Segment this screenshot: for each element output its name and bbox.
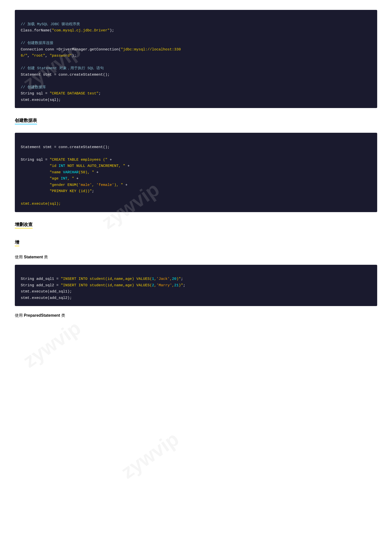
- code-add-sql1: String add_sql1 = "INSERT INTO student(i…: [21, 277, 183, 281]
- comment-create-conn: // 创建数据库连接: [21, 41, 53, 45]
- comment-create-stmt: // 创建 Statement 对象，用于执行 SQL 语句: [21, 66, 104, 70]
- code-classforname: Class.forName("com.mysql.cj.jdbc.Driver"…: [21, 28, 114, 33]
- watermark-text-3: zywvip: [19, 316, 85, 331]
- code-add-sql2: String add_sql2 = "INSERT INTO student(i…: [21, 283, 185, 288]
- code-statement: Statement stmt = conn.createStatement();: [21, 73, 110, 77]
- code-stmt-create: Statement stmt = conn.createStatement();: [21, 145, 110, 149]
- create-table-title: 创建数据表: [15, 117, 37, 124]
- code-stmt-add1: stmt.execute(add_sql1);: [21, 289, 72, 294]
- preparedstatement-bold: PreparedStatement: [24, 313, 60, 317]
- comment-create-db: // 创建数据库: [21, 85, 46, 89]
- code-create-table-sql: String sql = "CREATE TABLE employees (" …: [21, 158, 130, 194]
- code-block-create-table: Statement stmt = conn.createStatement();…: [15, 133, 377, 212]
- section-create-table: 创建数据表: [15, 115, 377, 128]
- code-block-jdbc: // 加载 MySQL JDBC 驱动程序类 Class.forName("co…: [15, 10, 377, 108]
- statement-bold: Statement: [24, 255, 43, 259]
- comment-load-driver: // 加载 MySQL JDBC 驱动程序类: [21, 22, 80, 26]
- use-statement-label: 使用 Statement 类: [15, 255, 377, 260]
- add-title: 增: [15, 239, 19, 246]
- code-stmt-execute-table: stmt.execute(sql);: [21, 202, 61, 206]
- crud-title: 增删改查: [15, 222, 33, 228]
- use-prepared-label: 使用 PreparedStatement 类: [15, 313, 377, 318]
- code-block-insert: String add_sql1 = "INSERT INTO student(i…: [15, 265, 377, 306]
- section-add: 增: [15, 237, 377, 250]
- code-stmt-execute: stmt.execute(sql);: [21, 98, 61, 102]
- code-stmt-add2: stmt.execute(add_sql2);: [21, 296, 72, 300]
- section-crud: 增删改查: [15, 219, 377, 232]
- code-string-sql: String sql = "CREATE DATABASE test";: [21, 91, 101, 96]
- code-connection: Connection conn =DriverManager.getConnec…: [21, 47, 181, 58]
